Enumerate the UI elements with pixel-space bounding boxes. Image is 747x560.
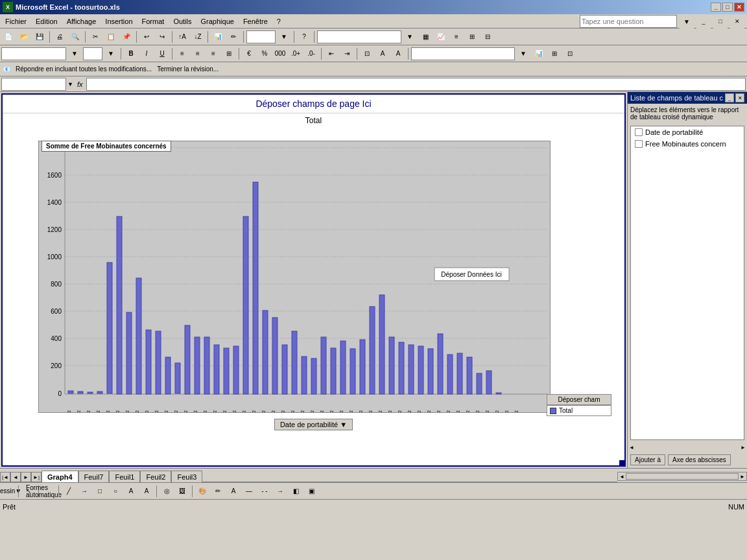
- pivot-btn3[interactable]: ⊡: [563, 47, 577, 61]
- print-button[interactable]: 🖨: [53, 30, 67, 44]
- currency-button[interactable]: €: [242, 47, 256, 61]
- align-right-button[interactable]: ≡: [206, 47, 220, 61]
- app-minimize-button[interactable]: _: [696, 14, 711, 29]
- wordart-button[interactable]: A: [139, 484, 154, 498]
- textbox-button[interactable]: A: [124, 484, 138, 498]
- oval-button[interactable]: ○: [108, 484, 123, 498]
- fill-color-button[interactable]: A: [375, 47, 390, 61]
- merge-button[interactable]: ⊞: [222, 47, 236, 61]
- hscroll-left-arrow[interactable]: ◄: [629, 445, 634, 450]
- arrow-button[interactable]: →: [77, 484, 91, 498]
- tab-first-button[interactable]: |◄: [0, 472, 10, 482]
- align-center-button[interactable]: ≡: [191, 47, 205, 61]
- arrow-style-button[interactable]: →: [273, 484, 287, 498]
- thousands-button[interactable]: 000: [273, 47, 287, 61]
- menu-edition[interactable]: Edition: [32, 16, 62, 27]
- field-checkbox-date[interactable]: [635, 128, 643, 136]
- line-color-button[interactable]: ✏: [211, 484, 225, 498]
- menu-graphique[interactable]: Graphique: [197, 16, 238, 27]
- dash-button[interactable]: - -: [257, 484, 272, 498]
- panel-hscrollbar[interactable]: ◄ ►: [628, 443, 747, 452]
- tab-feuil1[interactable]: Feuil1: [109, 471, 140, 482]
- underline-button[interactable]: U: [155, 47, 169, 61]
- size-dropdown-button[interactable]: ▼: [104, 47, 118, 61]
- dec-increase-button[interactable]: .0+: [289, 47, 303, 61]
- sort-desc-button[interactable]: ↓Z: [191, 30, 205, 44]
- menu-fichier[interactable]: Fichier: [1, 16, 30, 27]
- horizontal-scrollbar[interactable]: ◄ ►: [617, 472, 747, 481]
- 3d-button[interactable]: ▣: [304, 484, 318, 498]
- help-button[interactable]: ?: [297, 30, 311, 44]
- pivot-btn2[interactable]: ⊞: [547, 47, 562, 61]
- panel-minimize-button[interactable]: _: [725, 93, 734, 102]
- draw-menu-button[interactable]: Dessin ▼: [1, 484, 16, 498]
- fill-button[interactable]: 🎨: [195, 484, 209, 498]
- menu-format[interactable]: Format: [138, 16, 169, 27]
- chart-format-button[interactable]: ▦: [418, 30, 433, 44]
- font-color-button[interactable]: A: [391, 47, 405, 61]
- line-style-button[interactable]: —: [242, 484, 256, 498]
- app-restore-button[interactable]: □: [713, 14, 728, 29]
- tab-feuil3[interactable]: Feuil3: [171, 471, 202, 482]
- formula-input[interactable]: [86, 78, 746, 91]
- zoom-input[interactable]: 108%: [246, 30, 276, 43]
- date-portabilite-button[interactable]: Date de portabilité ▼: [274, 419, 353, 430]
- resize-handle[interactable]: [619, 460, 624, 465]
- chart-type-button[interactable]: 📈: [434, 30, 448, 44]
- font-dropdown-button[interactable]: ▼: [67, 47, 82, 61]
- cut-button[interactable]: ✂: [88, 30, 102, 44]
- zone-dropdown-button[interactable]: ▼: [403, 30, 417, 44]
- tab-graph4[interactable]: Graph4: [42, 471, 78, 482]
- tab-next-button[interactable]: ►: [21, 472, 31, 482]
- zone-graphique-input[interactable]: Zone de graphique: [317, 30, 401, 43]
- minimize-button[interactable]: _: [711, 3, 721, 12]
- line-button[interactable]: ╱: [62, 484, 76, 498]
- italic-button[interactable]: I: [139, 47, 154, 61]
- row-col-button[interactable]: ⊟: [480, 30, 495, 44]
- drawing-button[interactable]: ✏: [226, 30, 241, 44]
- font-family-input[interactable]: Arial: [1, 47, 66, 60]
- menu-outils[interactable]: Outils: [169, 16, 195, 27]
- font-size-input[interactable]: 10: [83, 47, 102, 60]
- rect-button[interactable]: □: [93, 484, 107, 498]
- tab-last-button[interactable]: ►|: [31, 472, 42, 482]
- hscroll-thumb[interactable]: [626, 473, 739, 480]
- undo-button[interactable]: ↩: [139, 30, 154, 44]
- help-search-button[interactable]: ▼: [680, 14, 694, 29]
- diagram-button[interactable]: ◎: [160, 484, 174, 498]
- menu-help[interactable]: ?: [273, 16, 285, 27]
- pivot-dropdown-button[interactable]: ▼: [516, 47, 530, 61]
- hscroll-right-arrow[interactable]: ►: [741, 445, 746, 450]
- menu-insertion[interactable]: Insertion: [101, 16, 136, 27]
- paste-button[interactable]: 📌: [119, 30, 134, 44]
- copy-button[interactable]: 📋: [104, 30, 118, 44]
- hscroll-left[interactable]: ◄: [618, 474, 626, 480]
- menu-fenetre[interactable]: Fenêtre: [239, 16, 272, 27]
- table-button[interactable]: ⊞: [465, 30, 479, 44]
- field-free-mobinautes[interactable]: Free Mobinautes concern: [631, 138, 744, 150]
- tab-prev-button[interactable]: ◄: [10, 472, 21, 482]
- align-left-button[interactable]: ≡: [175, 47, 189, 61]
- page-drop-zone[interactable]: Déposer champs de page Ici: [3, 95, 624, 113]
- revision-link2[interactable]: Terminer la révision...: [157, 65, 219, 73]
- help-search-input[interactable]: [580, 15, 677, 28]
- series-drop-zone[interactable]: Déposer cham: [547, 394, 611, 405]
- chart-wizard-button[interactable]: 📊: [211, 30, 225, 44]
- pivot-chart-input[interactable]: Graphique croisé dynamique: [411, 47, 515, 60]
- abscisse-button[interactable]: Axe des abscisses: [668, 454, 731, 465]
- tab-feuil7[interactable]: Feuil7: [78, 471, 110, 482]
- legend-button[interactable]: ≡: [449, 30, 464, 44]
- font-color-btn[interactable]: A: [226, 484, 241, 498]
- chart-container[interactable]: Déposer champs de page Ici Total Somme d…: [1, 93, 626, 467]
- dropdown-arrow[interactable]: ▼: [67, 81, 73, 88]
- app-close-button[interactable]: ✕: [730, 14, 744, 29]
- tab-feuil2[interactable]: Feuil2: [140, 471, 171, 482]
- maximize-button[interactable]: □: [722, 3, 733, 12]
- panel-close-button[interactable]: ✕: [735, 93, 744, 102]
- percent-button[interactable]: %: [257, 47, 272, 61]
- dec-decrease-button[interactable]: .0-: [304, 47, 318, 61]
- preview-button[interactable]: 🔍: [68, 30, 82, 44]
- clipart-button[interactable]: 🖼: [175, 484, 189, 498]
- outdent-button[interactable]: ⇥: [340, 47, 354, 61]
- field-date-portabilite[interactable]: Date de portabilité: [631, 126, 744, 138]
